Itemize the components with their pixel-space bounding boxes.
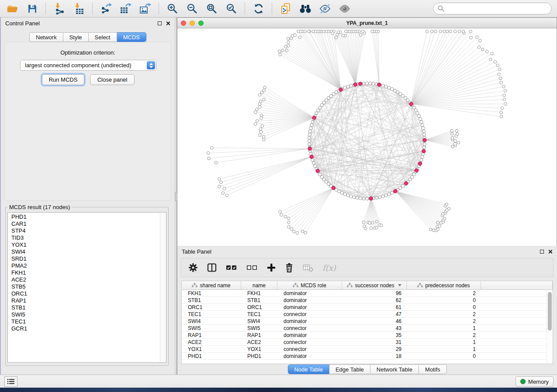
column-header-name[interactable]: name bbox=[241, 281, 277, 289]
mcds-result-item[interactable]: ORC1 bbox=[8, 290, 166, 297]
mcds-result-item[interactable]: SWI5 bbox=[8, 311, 166, 318]
float-window-button[interactable] bbox=[158, 21, 162, 25]
select-all-rows-icon[interactable] bbox=[226, 264, 237, 271]
mcds-result-item[interactable]: GCR1 bbox=[8, 325, 166, 332]
clone-network-button[interactable] bbox=[278, 2, 293, 16]
table-row[interactable]: SWI4SWI4dominator462 bbox=[182, 318, 553, 325]
table-tab-motifs[interactable]: Motifs bbox=[419, 364, 447, 374]
table-tab-edge-table[interactable]: Edge Table bbox=[329, 364, 370, 374]
mcds-result-item[interactable]: STB1 bbox=[8, 304, 166, 311]
table-cell[interactable]: 2 bbox=[407, 332, 481, 338]
mcds-result-list[interactable]: PHD1CAR1STP4TID3YOX1SWI4SRD1PMA2FKH1ACE2… bbox=[7, 212, 166, 363]
table-cell[interactable]: 0 bbox=[407, 353, 481, 359]
mcds-result-item[interactable]: SRD1 bbox=[8, 255, 166, 262]
table-cell[interactable]: 18 bbox=[342, 353, 407, 359]
mcds-result-item[interactable]: STB5 bbox=[8, 283, 166, 290]
table-cell[interactable]: PHD1 bbox=[241, 353, 277, 359]
delete-table-icon[interactable] bbox=[303, 263, 313, 272]
function-builder-icon[interactable]: f(x) bbox=[322, 263, 336, 272]
table-tab-node-table[interactable]: Node Table bbox=[287, 364, 329, 374]
settings-gear-icon[interactable] bbox=[188, 263, 198, 272]
refresh-layout-button[interactable] bbox=[251, 2, 266, 16]
table-cell[interactable]: STB1 bbox=[182, 297, 241, 303]
table-cell[interactable]: ORC1 bbox=[241, 304, 277, 310]
table-cell[interactable]: 0 bbox=[407, 297, 481, 303]
table-cell[interactable]: ACE2 bbox=[241, 339, 277, 345]
tab-style[interactable]: Style bbox=[63, 32, 89, 42]
mcds-result-item[interactable]: TEC1 bbox=[8, 318, 166, 325]
mcds-result-item[interactable]: FKH1 bbox=[8, 269, 166, 276]
mcds-result-item[interactable]: CAR1 bbox=[8, 220, 166, 227]
table-cell[interactable]: RAP1 bbox=[182, 332, 241, 338]
table-row[interactable]: STB1STB1dominator620 bbox=[182, 297, 553, 304]
table-cell[interactable]: connector bbox=[277, 339, 342, 345]
zoom-in-button[interactable] bbox=[165, 2, 180, 16]
mcds-result-item[interactable]: PHD1 bbox=[8, 213, 166, 220]
table-cell[interactable]: 2 bbox=[407, 311, 481, 317]
delete-column-icon[interactable] bbox=[285, 263, 294, 272]
table-cell[interactable]: dominator bbox=[277, 304, 342, 310]
table-scrollbar[interactable] bbox=[547, 290, 552, 363]
mcds-result-item[interactable]: SWI4 bbox=[8, 248, 166, 255]
table-cell[interactable]: 0 bbox=[407, 304, 481, 310]
table-row[interactable]: ACE2ACE2connector311 bbox=[182, 339, 553, 346]
zoom-fit-button[interactable] bbox=[204, 2, 219, 16]
table-cell[interactable]: 35 bbox=[342, 332, 407, 338]
deselect-all-rows-icon[interactable] bbox=[246, 264, 258, 271]
memory-button[interactable]: Memory bbox=[515, 376, 554, 387]
table-cell[interactable]: 1 bbox=[407, 325, 481, 331]
export-network-button[interactable] bbox=[99, 2, 113, 16]
open-session-button[interactable] bbox=[5, 2, 20, 16]
optimization-criterion-select[interactable]: largest connected component (undirected) bbox=[20, 60, 156, 71]
export-table-button[interactable] bbox=[118, 2, 133, 16]
table-cell[interactable]: YOX1 bbox=[241, 346, 277, 352]
table-cell[interactable]: STB1 bbox=[241, 297, 277, 303]
table-cell[interactable]: TEC1 bbox=[182, 311, 241, 317]
mcds-result-item[interactable]: TID3 bbox=[8, 234, 166, 241]
table-row[interactable]: TEC1TEC1connector472 bbox=[182, 311, 553, 318]
table-cell[interactable]: SWI4 bbox=[241, 318, 277, 324]
export-image-button[interactable] bbox=[138, 2, 152, 16]
save-session-button[interactable] bbox=[25, 2, 39, 16]
table-cell[interactable]: dominator bbox=[277, 318, 342, 324]
table-cell[interactable]: RAP1 bbox=[241, 332, 277, 338]
table-cell[interactable]: SWI5 bbox=[241, 325, 277, 331]
table-cell[interactable]: 61 bbox=[342, 304, 407, 310]
float-table-panel-button[interactable] bbox=[540, 250, 544, 254]
table-cell[interactable]: YOX1 bbox=[182, 346, 241, 352]
table-cell[interactable]: 1 bbox=[407, 339, 481, 345]
mcds-list-scrollbar[interactable] bbox=[160, 213, 166, 362]
import-network-button[interactable] bbox=[52, 2, 66, 16]
mcds-result-item[interactable]: ACE2 bbox=[8, 276, 166, 283]
import-table-button[interactable] bbox=[72, 2, 86, 16]
mcds-result-item[interactable]: PMA2 bbox=[8, 262, 166, 269]
zoom-out-button[interactable] bbox=[185, 2, 199, 16]
table-cell[interactable]: 31 bbox=[342, 339, 407, 345]
column-header-successor-nodes[interactable]: successor nodes bbox=[342, 281, 407, 289]
table-cell[interactable]: SWI4 bbox=[182, 318, 241, 324]
table-cell[interactable]: dominator bbox=[277, 332, 342, 338]
mcds-result-item[interactable]: YOX1 bbox=[8, 241, 166, 248]
table-row[interactable]: RAP1RAP1dominator352 bbox=[182, 332, 553, 339]
first-neighbors-button[interactable] bbox=[298, 2, 312, 16]
close-panel-button[interactable] bbox=[166, 21, 170, 26]
table-cell[interactable]: ACE2 bbox=[182, 339, 241, 345]
table-cell[interactable]: ORC1 bbox=[182, 304, 241, 310]
close-panel-button-2[interactable]: Close panel bbox=[90, 74, 135, 85]
table-row[interactable]: SWI5SWI5connector431 bbox=[182, 325, 553, 332]
table-cell[interactable]: connector bbox=[277, 311, 342, 317]
column-header-shared-name[interactable]: shared name bbox=[182, 281, 241, 289]
table-cell[interactable]: 2 bbox=[407, 290, 481, 296]
table-cell[interactable]: connector bbox=[277, 325, 342, 331]
show-column-panel-icon[interactable] bbox=[207, 263, 217, 272]
table-cell[interactable]: FKH1 bbox=[241, 290, 277, 296]
table-cell[interactable]: FKH1 bbox=[182, 290, 241, 296]
tab-select[interactable]: Select bbox=[89, 32, 117, 42]
table-cell[interactable]: 46 bbox=[342, 318, 407, 324]
column-header-MCDS-role[interactable]: MCDS role bbox=[277, 281, 342, 289]
table-cell[interactable]: PHD1 bbox=[182, 353, 241, 359]
network-canvas[interactable] bbox=[177, 29, 557, 246]
table-row[interactable]: ORC1ORC1dominator610 bbox=[182, 304, 553, 311]
network-titlebar[interactable]: YPA_prune.txt_1 bbox=[177, 18, 557, 28]
table-cell[interactable]: 96 bbox=[342, 290, 407, 296]
